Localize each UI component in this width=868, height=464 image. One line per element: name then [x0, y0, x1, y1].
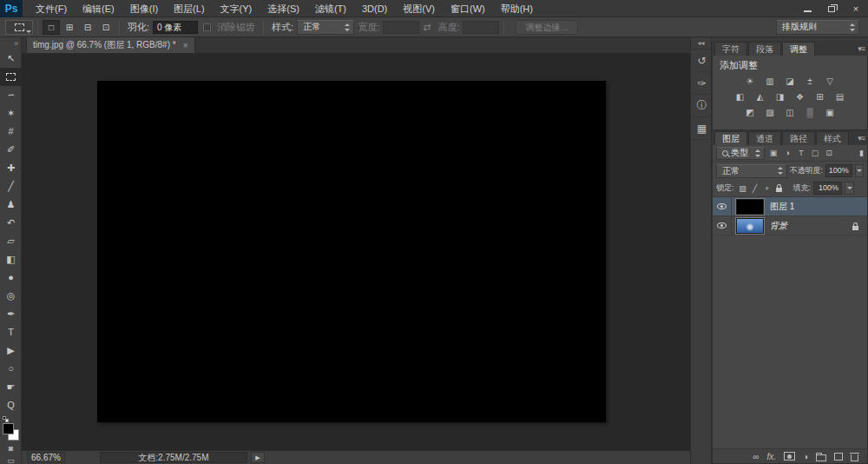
width-input[interactable] [383, 21, 419, 34]
layers-tab-0[interactable]: 图层 [714, 131, 747, 145]
quick-selection-tool[interactable]: ✶ [0, 104, 22, 123]
antialias-checkbox[interactable] [203, 23, 211, 31]
canvas-area[interactable] [22, 54, 690, 450]
clone-source-panel-icon[interactable]: ✑ [691, 72, 713, 95]
color-balance-icon[interactable]: ◭ [753, 90, 767, 103]
add-to-selection-button[interactable]: ⊞ [61, 20, 78, 35]
menu-item-5[interactable]: 选择(S) [260, 0, 307, 17]
delete-layer-icon[interactable] [851, 452, 858, 461]
crop-tool[interactable]: # [0, 123, 22, 141]
add-layer-mask-icon[interactable] [784, 452, 795, 461]
height-input[interactable] [463, 21, 499, 34]
channel-mixer-icon[interactable]: ⊞ [813, 90, 827, 103]
close-button[interactable]: × [844, 0, 868, 17]
menu-item-2[interactable]: 图像(I) [122, 0, 166, 17]
layer-thumbnail[interactable] [736, 199, 764, 215]
ellipse-tool[interactable]: ○ [0, 360, 22, 378]
feather-input[interactable]: 0 像素 [153, 21, 198, 34]
dodge-tool[interactable]: ◎ [0, 287, 22, 305]
lasso-tool[interactable]: ∽ [0, 86, 22, 104]
new-selection-button[interactable]: □ [43, 20, 60, 35]
clone-stamp-tool[interactable]: ♟ [0, 196, 22, 214]
new-group-icon[interactable] [816, 452, 826, 461]
move-tool[interactable]: ↖ [0, 50, 22, 68]
lock-pixels-icon[interactable]: ╱ [749, 182, 761, 195]
opacity-input[interactable]: 100% [825, 164, 852, 177]
expand-panels-button[interactable]: ◂◂ [691, 37, 711, 50]
menu-item-1[interactable]: 编辑(E) [75, 0, 122, 17]
toolbar-collapse-button[interactable]: » [0, 37, 21, 50]
document-image[interactable] [97, 81, 606, 422]
subtract-from-selection-button[interactable]: ⊟ [79, 20, 96, 35]
blend-mode-select[interactable]: 正常 [716, 164, 787, 178]
lock-position-icon[interactable]: + [761, 182, 773, 195]
restore-button[interactable] [819, 0, 844, 17]
gradient-map-icon[interactable]: ▒ [803, 106, 817, 118]
lock-transparency-icon[interactable]: ▨ [737, 182, 749, 195]
filter-adjustment-layers-icon[interactable]: ◑ [780, 147, 794, 159]
hue-saturation-icon[interactable]: ◧ [733, 90, 747, 103]
menu-item-9[interactable]: 窗口(W) [443, 0, 493, 17]
link-layers-icon[interactable]: ∞ [753, 452, 759, 461]
minimize-button[interactable] [795, 0, 819, 17]
status-options-button[interactable]: ▶ [251, 452, 265, 463]
layers-tab-1[interactable]: 通道 [748, 131, 781, 145]
layer-list-empty-area[interactable] [713, 235, 867, 448]
fill-input[interactable]: 100% [813, 182, 842, 195]
tool-preset-picker[interactable] [5, 20, 33, 35]
adjust-tab-1[interactable]: 段落 [748, 42, 781, 56]
menu-item-3[interactable]: 图层(L) [166, 0, 212, 17]
exposure-icon[interactable]: ± [803, 75, 817, 87]
workspace-switcher[interactable]: 排版规则 [776, 20, 859, 35]
intersect-selection-button[interactable]: ⊡ [97, 20, 115, 35]
path-selection-tool[interactable]: ▶ [0, 341, 22, 360]
invert-icon[interactable]: ◩ [743, 106, 757, 118]
curves-icon[interactable]: ◪ [783, 75, 797, 87]
visibility-toggle[interactable] [713, 197, 732, 215]
layer-row[interactable]: 图层 1 [713, 197, 867, 216]
history-brush-tool[interactable]: ↶ [0, 214, 22, 232]
screen-mode-button[interactable]: ▭ [0, 454, 22, 464]
default-colors-icon[interactable] [3, 416, 10, 422]
adjust-tab-2[interactable]: 调整 [782, 42, 815, 56]
refine-edge-button[interactable]: 调整边缘… [516, 20, 578, 35]
vibrance-icon[interactable]: ▽ [823, 75, 837, 87]
layer-style-icon[interactable]: fx. [766, 452, 776, 461]
spot-healing-brush-tool[interactable]: ✚ [0, 159, 22, 177]
black-white-icon[interactable]: ◨ [773, 90, 787, 103]
posterize-icon[interactable]: ▨ [763, 106, 777, 118]
photo-filter-icon[interactable]: ❖ [793, 90, 807, 103]
layers-tab-2[interactable]: 路径 [782, 131, 815, 145]
filter-kind-select[interactable]: 类型 [716, 147, 765, 160]
layers-panel-menu-icon[interactable]: ▾≡ [858, 134, 865, 143]
zoom-tool[interactable]: Q [0, 396, 22, 414]
opacity-dropdown-icon[interactable] [855, 164, 864, 177]
adjust-tab-0[interactable]: 字符 [714, 42, 747, 56]
filter-pixel-layers-icon[interactable]: ▣ [766, 147, 780, 159]
hand-tool[interactable]: ☛ [0, 378, 22, 396]
foreground-color-swatch[interactable] [3, 423, 14, 434]
menu-item-10[interactable]: 帮助(H) [493, 0, 541, 17]
levels-icon[interactable]: ▥ [763, 75, 777, 87]
pen-tool[interactable]: ✒ [0, 305, 22, 323]
menu-item-0[interactable]: 文件(F) [28, 0, 75, 17]
rectangular-marquee-tool[interactable] [0, 68, 22, 86]
new-adjustment-layer-icon[interactable]: ◑ [803, 452, 808, 461]
document-tab[interactable]: timg.jpg @ 66.7% (图层 1, RGB/8#) * × [26, 36, 195, 53]
history-panel-icon[interactable]: ↺ [691, 50, 713, 72]
menu-item-7[interactable]: 3D(D) [354, 0, 395, 17]
quick-mask-button[interactable]: ◙ [0, 442, 22, 454]
color-lookup-icon[interactable]: ▤ [833, 90, 847, 103]
brightness-contrast-icon[interactable]: ☀ [743, 75, 757, 87]
visibility-toggle[interactable] [713, 216, 732, 235]
adjust-panel-menu-icon[interactable]: ▾≡ [858, 44, 865, 53]
filter-shape-layers-icon[interactable]: ▢ [808, 147, 822, 159]
fill-dropdown-icon[interactable] [845, 182, 854, 195]
glyphs-panel-icon[interactable]: ▦ [691, 117, 713, 140]
menu-item-8[interactable]: 视图(V) [395, 0, 443, 17]
zoom-level-input[interactable]: 66.67% [27, 452, 65, 463]
threshold-icon[interactable]: ◫ [783, 106, 797, 118]
filter-smart-objects-icon[interactable]: ⊡ [822, 147, 836, 159]
menu-item-6[interactable]: 滤镜(T) [307, 0, 354, 17]
layer-thumbnail[interactable] [736, 218, 764, 234]
